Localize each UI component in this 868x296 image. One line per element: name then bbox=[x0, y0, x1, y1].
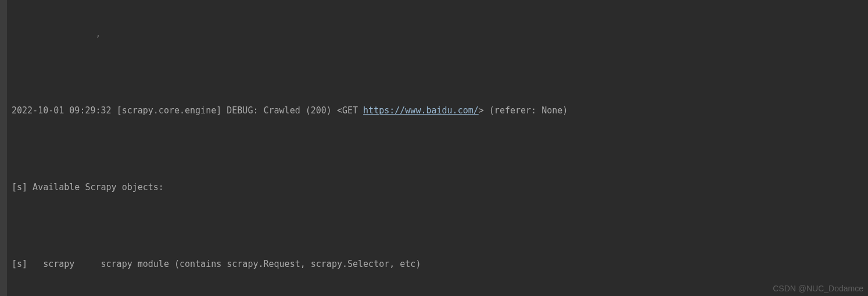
terminal-output: , 2022-10-01 09:29:32 [scrapy.core.engin… bbox=[0, 0, 868, 296]
log-url-link[interactable]: https://www.baidu.com/ bbox=[363, 105, 479, 116]
log-msg-before: Crawled (200) <GET bbox=[264, 105, 364, 116]
log-level: DEBUG: bbox=[227, 105, 258, 116]
obj-scrapy-desc: scrapy module (contains scrapy.Request, … bbox=[101, 259, 421, 269]
log-msg-after: > (referer: None) bbox=[479, 105, 568, 116]
log-logger: [scrapy.core.engine] bbox=[117, 105, 222, 116]
truncated-line: , bbox=[12, 24, 868, 44]
obj-scrapy-prefix: [s] scrapy bbox=[12, 259, 101, 269]
available-objects-header: [s] Available Scrapy objects: bbox=[12, 178, 868, 197]
watermark: CSDN @NUC_Dodamce bbox=[773, 284, 863, 293]
obj-scrapy: [s] scrapy scrapy module (contains scrap… bbox=[12, 255, 868, 274]
editor-gutter bbox=[0, 0, 7, 296]
log-line: 2022-10-01 09:29:32 [scrapy.core.engine]… bbox=[12, 101, 868, 120]
log-timestamp: 2022-10-01 09:29:32 bbox=[12, 105, 112, 116]
